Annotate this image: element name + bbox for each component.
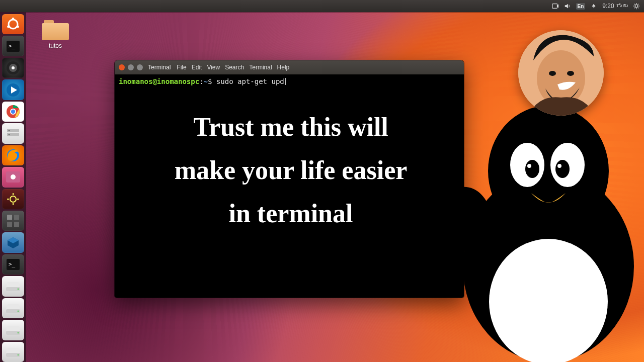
unity-launcher: >_>_ [0,12,26,362]
svg-point-24 [12,18,15,20]
svg-rect-52 [14,222,19,227]
terminal-menu-search[interactable]: Search [225,64,244,71]
launcher-screenshot[interactable] [2,167,24,187]
launcher-drive-1[interactable] [2,276,24,296]
launcher-media-app[interactable] [2,58,24,78]
launcher-workspace-switcher[interactable] [2,211,24,231]
svg-point-23 [9,20,18,29]
svg-point-12 [567,71,574,76]
svg-point-64 [18,354,19,355]
folder-icon [42,18,69,40]
desktop-folder-tutos[interactable]: tutos [36,18,74,49]
svg-line-19 [634,4,635,5]
volume-icon[interactable] [564,0,571,12]
svg-point-43 [11,174,16,179]
svg-rect-50 [14,215,19,220]
svg-line-22 [638,4,638,5]
svg-point-11 [549,71,556,76]
launcher-ubuntu-dash[interactable] [2,14,24,34]
terminal-menu-file[interactable]: File [177,64,186,71]
window-close-button[interactable] [119,64,125,70]
terminal-menu-view[interactable]: View [207,64,220,71]
screencast-icon[interactable] [552,0,559,12]
launcher-virtualbox[interactable] [2,232,24,252]
svg-point-44 [10,196,16,202]
svg-point-31 [12,66,15,69]
desktop-folder-label: tutos [36,42,74,49]
terminal-window[interactable]: Terminal FileEditViewSearchTerminalHelp … [115,60,464,298]
terminal-menubar: FileEditViewSearchTerminalHelp [177,64,294,71]
prompt-path: ~ [204,77,208,85]
svg-point-58 [18,289,19,290]
svg-line-20 [638,8,638,8]
svg-point-60 [18,311,19,312]
svg-point-14 [635,5,638,8]
launcher-files[interactable] [2,123,24,143]
terminal-menu-help[interactable]: Help [277,64,290,71]
prompt-user: inomanos@inomanospc [119,77,199,85]
terminal-titlebar[interactable]: Terminal FileEditViewSearchTerminalHelp [115,60,464,74]
launcher-terminal-2[interactable]: >_ [2,254,24,275]
terminal-title: Terminal [148,64,171,71]
svg-point-25 [17,26,19,28]
launcher-firefox[interactable] [2,145,24,165]
svg-point-26 [7,26,10,28]
svg-point-36 [11,110,15,114]
launcher-drive-4[interactable] [2,342,24,362]
svg-point-62 [18,332,19,334]
svg-line-21 [634,8,635,8]
top-panel: En 9:20 ಗುರು [0,0,644,12]
launcher-chrome[interactable] [2,102,24,122]
terminal-menu-terminal[interactable]: Terminal [249,64,272,71]
svg-text:>_: >_ [9,43,16,49]
svg-rect-49 [7,215,12,220]
window-minimize-button[interactable] [128,64,134,70]
launcher-settings[interactable] [2,189,24,209]
launcher-player[interactable] [2,79,24,100]
network-icon[interactable] [590,0,597,12]
terminal-menu-edit[interactable]: Edit [192,64,202,71]
launcher-drive-2[interactable] [2,298,24,318]
clock[interactable]: 9:20 ಗುರು [602,0,628,12]
author-avatar [518,30,604,116]
launcher-terminal[interactable]: >_ [2,36,24,56]
window-maximize-button[interactable] [137,64,143,70]
terminal-cursor [285,78,286,85]
svg-text:>_: >_ [9,261,16,267]
svg-point-39 [9,130,10,132]
launcher-drive-3[interactable] [2,320,24,340]
session-gear-icon[interactable] [633,0,640,12]
svg-point-40 [9,134,10,136]
language-indicator[interactable]: En [576,0,586,12]
terminal-body[interactable]: inomanos@inomanospc:~$ sudo apt-get upd [115,74,464,298]
svg-rect-51 [7,222,12,227]
svg-rect-13 [552,4,557,9]
terminal-command: sudo apt-get upd [216,77,284,85]
